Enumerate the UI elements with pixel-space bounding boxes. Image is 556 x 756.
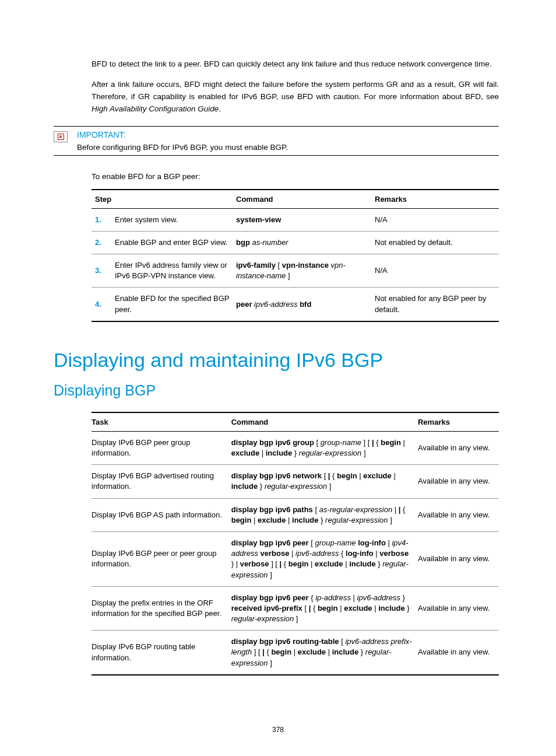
task-cell: Display IPv6 BGP AS path information. [92, 498, 231, 531]
table-row: 4.Enable BFD for the specified BGP peer.… [92, 288, 499, 321]
table-row: Display the prefix entries in the ORF in… [92, 586, 499, 631]
remarks-cell: Not enabled by default. [375, 231, 499, 254]
command-cell: display bgp ipv6 paths [ as-regular-expr… [231, 498, 418, 531]
task-cell: Display IPv6 BGP peer or peer group info… [92, 531, 231, 586]
paragraph-bfd-caution: After a link failure occurs, BFD might d… [54, 79, 499, 116]
page-number: 378 [0, 726, 556, 734]
important-callout: × IMPORTANT: Before configuring BFD for … [54, 126, 499, 156]
table-row: Display IPv6 BGP routing table informati… [92, 631, 499, 675]
text-segment: . [219, 104, 221, 113]
remarks-cell: Available in any view. [418, 586, 499, 631]
table-row: Display IPv6 BGP AS path information.dis… [92, 498, 499, 531]
step-description: Enable BGP and enter BGP view. [115, 231, 236, 254]
command-cell: display bgp ipv6 group [ group-name ] [ … [231, 431, 418, 464]
table-row: Display IPv6 BGP peer group information.… [92, 431, 499, 464]
table-header-row: Task Command Remarks [92, 412, 499, 432]
command-cell: peer ipv6-address bfd [236, 288, 375, 321]
remarks-cell: N/A [375, 208, 499, 231]
header-command: Command [231, 412, 418, 432]
task-cell: Display IPv6 BGP peer group information. [92, 431, 231, 464]
doc-reference: High Availability Configuration Guide [92, 104, 219, 113]
remarks-cell: Available in any view. [418, 531, 499, 586]
table-row: 3.Enter IPv6 address family view or IPv6… [92, 254, 499, 288]
header-remarks: Remarks [418, 412, 499, 432]
important-text: Before configuring BFD for IPv6 BGP, you… [77, 143, 499, 152]
step-number: 2. [92, 231, 115, 254]
procedure-table: Step Command Remarks 1.Enter system view… [92, 189, 499, 322]
important-icon: × [54, 131, 68, 142]
command-cell: display bgp ipv6 peer { ip-address | ipv… [231, 586, 418, 631]
table-header-row: Step Command Remarks [92, 190, 499, 209]
command-cell: display bgp ipv6 routing-table [ ipv6-ad… [231, 631, 418, 675]
heading-2: Displaying BGP [54, 382, 499, 399]
step-number: 1. [92, 208, 115, 231]
text-segment: After a link failure occurs, BFD might d… [92, 80, 499, 101]
header-remarks: Remarks [375, 190, 499, 209]
command-cell: ipv6-family [ vpn-instance vpn-instance-… [236, 254, 375, 288]
remarks-cell: N/A [375, 254, 499, 288]
remarks-cell: Available in any view. [418, 631, 499, 675]
command-cell: display bgp ipv6 peer [ group-name log-i… [231, 531, 418, 586]
important-label: IMPORTANT: [77, 130, 499, 139]
heading-1: Displaying and maintaining IPv6 BGP [54, 349, 499, 372]
command-cell: display bgp ipv6 network [ | { begin | e… [231, 465, 418, 498]
task-cell: Display IPv6 BGP advertised routing info… [92, 465, 231, 498]
step-number: 4. [92, 288, 115, 321]
step-number: 3. [92, 254, 115, 288]
step-description: Enter IPv6 address family view or IPv6 B… [115, 254, 236, 288]
command-cell: system-view [236, 208, 375, 231]
remarks-cell: Not enabled for any BGP peer by default. [375, 288, 499, 321]
paragraph-bfd-intro: BFD to detect the link to a peer. BFD ca… [54, 58, 499, 71]
table-row: Display IPv6 BGP peer or peer group info… [92, 531, 499, 586]
task-cell: Display the prefix entries in the ORF in… [92, 586, 231, 631]
page: BFD to detect the link to a peer. BFD ca… [0, 0, 556, 756]
command-cell: bgp as-number [236, 231, 375, 254]
header-step: Step [92, 190, 236, 209]
remarks-cell: Available in any view. [418, 431, 499, 464]
header-task: Task [92, 412, 231, 432]
lead-in-text: To enable BFD for a BGP peer: [92, 172, 499, 181]
table-row: Display IPv6 BGP advertised routing info… [92, 465, 499, 498]
table-row: 1.Enter system view.system-viewN/A [92, 208, 499, 231]
table-row: 2.Enable BGP and enter BGP view.bgp as-n… [92, 231, 499, 254]
step-description: Enter system view. [115, 208, 236, 231]
remarks-cell: Available in any view. [418, 465, 499, 498]
display-commands-table: Task Command Remarks Display IPv6 BGP pe… [92, 412, 499, 676]
step-description: Enable BFD for the specified BGP peer. [115, 288, 236, 321]
remarks-cell: Available in any view. [418, 498, 499, 531]
task-cell: Display IPv6 BGP routing table informati… [92, 631, 231, 675]
header-command: Command [236, 190, 375, 209]
